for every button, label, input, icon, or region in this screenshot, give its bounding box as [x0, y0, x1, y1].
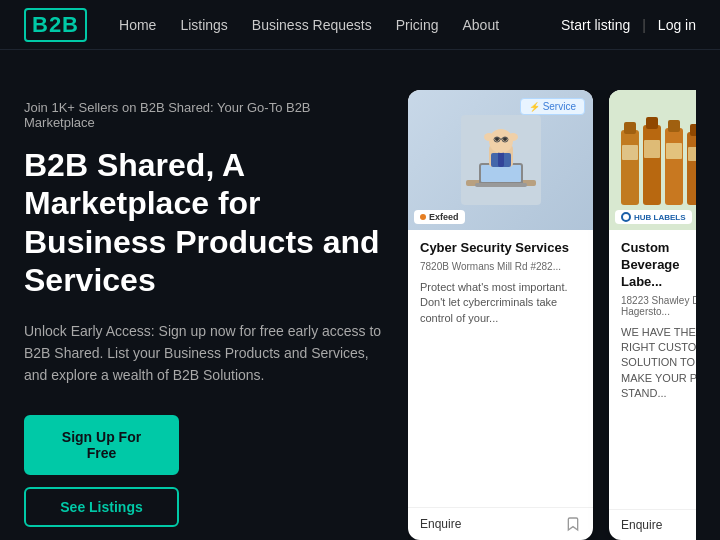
svg-rect-24	[668, 120, 680, 132]
svg-rect-21	[646, 117, 658, 129]
hero-section: Join 1K+ Sellers on B2B Shared: Your Go-…	[0, 50, 720, 540]
svg-rect-17	[621, 130, 639, 205]
nav-divider: |	[642, 17, 646, 33]
nav-links: Home Listings Business Requests Pricing …	[119, 17, 561, 33]
login-link[interactable]: Log in	[658, 17, 696, 33]
svg-rect-18	[624, 122, 636, 134]
card-1-title: Cyber Security Services	[420, 240, 581, 257]
card-1-footer: Enquire	[408, 507, 593, 540]
bottles-illustration	[609, 90, 696, 230]
see-listings-button[interactable]: See Listings	[24, 487, 179, 527]
enquire-button-2[interactable]: Enquire	[621, 518, 662, 532]
signup-button[interactable]: Sign Up For Free	[24, 415, 179, 475]
svg-rect-4	[475, 183, 527, 187]
nav-listings[interactable]: Listings	[180, 17, 227, 33]
svg-point-8	[489, 129, 513, 153]
svg-rect-23	[665, 128, 683, 205]
svg-point-9	[484, 133, 494, 141]
hero-left: Join 1K+ Sellers on B2B Shared: Your Go-…	[24, 90, 384, 540]
svg-point-10	[508, 133, 518, 141]
card-image-2: HUB LABELS	[609, 90, 696, 230]
card-1-desc: Protect what's most important. Don't let…	[420, 280, 581, 497]
card-2-desc: WE HAVE THE RIGHT CUSTO... SOLUTION TO M…	[621, 325, 696, 499]
card-1-brand-badge: Exfeed	[414, 210, 465, 224]
svg-rect-22	[644, 140, 660, 158]
hero-cards: Exfeed ⚡ Service Cyber Security Services…	[408, 90, 696, 540]
nav-pricing[interactable]: Pricing	[396, 17, 439, 33]
svg-rect-19	[622, 145, 638, 160]
card-2-footer: Enquire	[609, 509, 696, 540]
svg-rect-28	[688, 147, 696, 161]
card-2-body: Custom Beverage Labe... 18223 Shawley Dr…	[609, 230, 696, 509]
card-1-address: 7820B Wormans Mill Rd #282...	[420, 261, 581, 272]
listing-card-1[interactable]: Exfeed ⚡ Service Cyber Security Services…	[408, 90, 593, 540]
service-label: Service	[543, 101, 576, 112]
nav-home[interactable]: Home	[119, 17, 156, 33]
logo-text: B2B	[24, 8, 87, 42]
hero-title: B2B Shared, A Marketplace for Business P…	[24, 146, 384, 300]
svg-rect-7	[498, 151, 504, 167]
logo[interactable]: B2B	[24, 8, 87, 42]
svg-rect-27	[690, 124, 696, 136]
nav-right: Start listing | Log in	[561, 17, 696, 33]
hero-eyebrow: Join 1K+ Sellers on B2B Shared: Your Go-…	[24, 100, 384, 130]
hero-description: Unlock Early Access: Sign up now for fre…	[24, 320, 384, 387]
card-2-title: Custom Beverage Labe...	[621, 240, 696, 291]
svg-rect-25	[666, 143, 682, 159]
svg-rect-3	[481, 165, 521, 182]
svg-rect-26	[687, 132, 696, 205]
brand-dot-1	[420, 214, 426, 220]
bookmark-icon-1	[565, 516, 581, 532]
listing-card-2[interactable]: HUB LABELS Custom Beverage Labe... 18223…	[609, 90, 696, 540]
brand-name-1: Exfeed	[429, 212, 459, 222]
navbar: B2B Home Listings Business Requests Pric…	[0, 0, 720, 50]
card-image-1: Exfeed ⚡ Service	[408, 90, 593, 230]
card-2-brand-badge: HUB LABELS	[615, 210, 692, 224]
card-1-body: Cyber Security Services 7820B Wormans Mi…	[408, 230, 593, 507]
service-icon: ⚡	[529, 102, 540, 112]
nav-business-requests[interactable]: Business Requests	[252, 17, 372, 33]
svg-rect-20	[643, 125, 661, 205]
brand-name-2: HUB LABELS	[634, 213, 686, 222]
card-2-address: 18223 Shawley Dr, Hagersto...	[621, 295, 696, 317]
service-badge: ⚡ Service	[520, 98, 585, 115]
nav-about[interactable]: About	[462, 17, 499, 33]
start-listing-link[interactable]: Start listing	[561, 17, 630, 33]
stressed-person-illustration	[461, 115, 541, 205]
enquire-button-1[interactable]: Enquire	[420, 517, 461, 531]
